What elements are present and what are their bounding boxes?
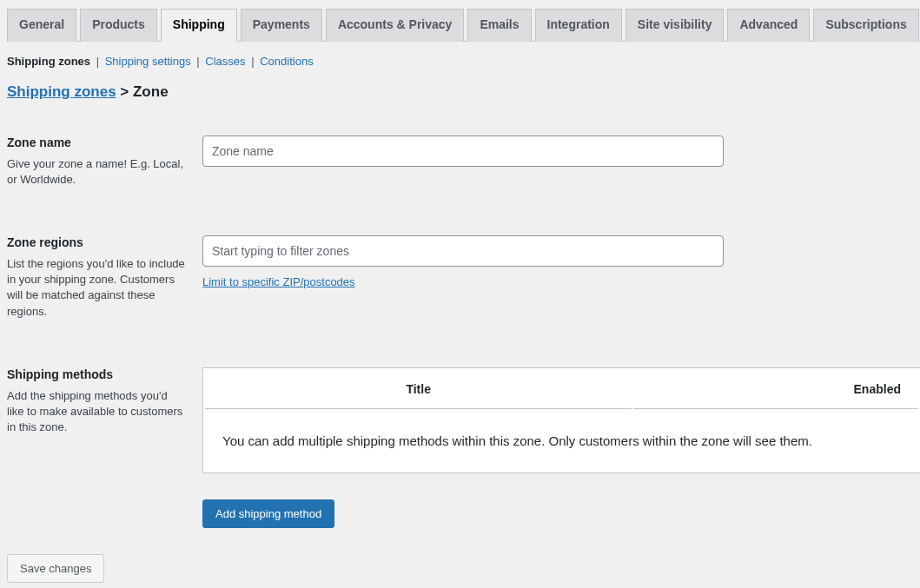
subtab-shipping-settings[interactable]: Shipping settings xyxy=(105,55,191,68)
main-tabs: General Products Shipping Payments Accou… xyxy=(7,9,920,42)
tab-advanced[interactable]: Advanced xyxy=(727,9,810,42)
shipping-methods-label: Shipping methods xyxy=(7,367,185,381)
zone-regions-label: Zone regions xyxy=(7,235,185,249)
separator: | xyxy=(196,55,202,68)
shipping-methods-table: Title Enabled You can add multiple shipp… xyxy=(202,367,920,473)
tab-accounts-privacy[interactable]: Accounts & Privacy xyxy=(326,9,465,42)
add-shipping-method-button[interactable]: Add shipping method xyxy=(202,499,334,528)
breadcrumb-current: Zone xyxy=(133,83,169,100)
subtab-conditions[interactable]: Conditions xyxy=(260,55,313,68)
save-changes-button[interactable]: Save changes xyxy=(7,554,104,583)
tab-payments[interactable]: Payments xyxy=(241,9,322,42)
shipping-subtabs: Shipping zones | Shipping settings | Cla… xyxy=(7,55,920,68)
empty-state-text: You can add multiple shipping methods wi… xyxy=(205,411,918,471)
subtab-shipping-zones[interactable]: Shipping zones xyxy=(7,55,90,68)
shipping-methods-description: Add the shipping methods you'd like to m… xyxy=(7,388,185,436)
tab-integration[interactable]: Integration xyxy=(535,9,622,42)
zone-name-input[interactable] xyxy=(202,135,724,167)
tab-subscriptions[interactable]: Subscriptions xyxy=(813,9,918,42)
tab-general[interactable]: General xyxy=(7,9,76,42)
tab-products[interactable]: Products xyxy=(80,9,157,42)
tab-shipping[interactable]: Shipping xyxy=(161,9,237,42)
limit-zip-postcodes-link[interactable]: Limit to specific ZIP/postcodes xyxy=(202,275,355,288)
zone-regions-description: List the regions you'd like to include i… xyxy=(7,256,185,320)
zone-name-description: Give your zone a name! E.g. Local, or Wo… xyxy=(7,156,185,188)
separator: | xyxy=(251,55,257,68)
breadcrumb-separator: > xyxy=(116,83,133,100)
breadcrumb-root-link[interactable]: Shipping zones xyxy=(7,83,116,100)
separator: | xyxy=(96,55,103,68)
table-row: You can add multiple shipping methods wi… xyxy=(205,411,918,471)
column-header-enabled: Enabled xyxy=(633,370,918,409)
breadcrumb: Shipping zones > Zone xyxy=(7,83,920,101)
zone-name-label: Zone name xyxy=(7,135,185,149)
tab-site-visibility[interactable]: Site visibility xyxy=(625,9,725,42)
tab-emails[interactable]: Emails xyxy=(467,9,531,42)
column-header-title: Title xyxy=(205,370,632,409)
subtab-classes[interactable]: Classes xyxy=(205,55,245,68)
zone-regions-input[interactable] xyxy=(202,235,724,267)
